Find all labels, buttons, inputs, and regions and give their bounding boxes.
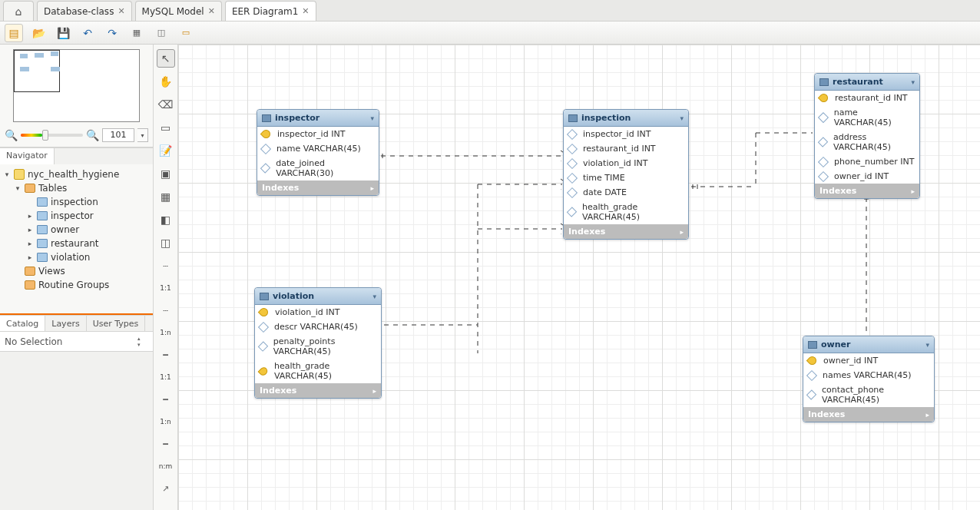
new-file-button[interactable]: ▤ xyxy=(5,24,23,42)
rel-1-1-nonident-tool[interactable]: ┄ xyxy=(157,257,175,275)
entity-indexes-toggle[interactable]: Indexes▸ xyxy=(255,383,381,398)
table-tool[interactable]: ▦ xyxy=(157,187,175,206)
zoom-handle[interactable] xyxy=(42,130,48,141)
entity-column[interactable]: inspector_id INT xyxy=(564,127,688,141)
expand-icon[interactable]: ▸ xyxy=(680,228,684,236)
zoom-out-icon[interactable]: 🔍 xyxy=(5,129,18,141)
save-button[interactable]: 💾 xyxy=(54,24,72,42)
rel-n-m-tool[interactable]: ━ xyxy=(157,435,175,453)
entity-column[interactable]: violation_id INT xyxy=(255,305,381,320)
expand-icon[interactable]: ▸ xyxy=(370,184,374,192)
usertypes-tab[interactable]: User Types xyxy=(87,316,146,331)
grid-toggle-button[interactable]: ▦ xyxy=(127,24,146,42)
zoom-value[interactable]: 101 xyxy=(102,128,134,142)
mini-map[interactable] xyxy=(13,49,140,122)
expand-icon[interactable]: ▸ xyxy=(26,212,34,220)
entity-header[interactable]: inspector▾ xyxy=(257,110,379,127)
entity-violation[interactable]: violation▾violation_id INTdescr VARCHAR(… xyxy=(254,287,382,399)
entity-column[interactable]: inspector_id INT xyxy=(257,127,379,141)
collapse-icon[interactable]: ▾ xyxy=(680,114,684,122)
tree-table-inspection[interactable]: inspection xyxy=(0,195,153,209)
layers-tab[interactable]: Layers xyxy=(45,316,86,331)
tree-table-owner[interactable]: ▸ owner xyxy=(0,223,153,237)
collapse-icon[interactable]: ▾ xyxy=(372,293,376,300)
entity-header[interactable]: owner▾ xyxy=(803,336,934,353)
entity-column[interactable]: name VARCHAR(45) xyxy=(815,105,919,130)
expand-icon[interactable]: ▸ xyxy=(372,387,376,395)
tree-schema-row[interactable]: ▾ nyc_health_hygiene xyxy=(0,167,153,181)
tab-database-class[interactable]: Database-class ✕ xyxy=(37,1,132,21)
hand-tool[interactable]: ✋ xyxy=(157,72,175,91)
home-tab[interactable]: ⌂ xyxy=(3,1,34,21)
entity-column[interactable]: address VARCHAR(45) xyxy=(815,130,919,154)
stepper-icon[interactable]: ▴▾ xyxy=(137,336,148,348)
redo-button[interactable]: ↷ xyxy=(103,24,121,42)
expand-icon[interactable]: ▸ xyxy=(26,240,34,247)
tree-table-restaurant[interactable]: ▸ restaurant xyxy=(0,237,153,250)
rel-1-1-ident-tool[interactable]: ━ xyxy=(157,346,175,364)
entity-header[interactable]: inspection▾ xyxy=(564,110,688,127)
zoom-slider[interactable] xyxy=(21,134,83,137)
entity-column[interactable]: contact_phone VARCHAR(45) xyxy=(803,382,934,407)
pointer-tool[interactable]: ↖ xyxy=(157,49,175,68)
entity-indexes-toggle[interactable]: Indexes▸ xyxy=(815,184,919,198)
entity-column[interactable]: date_joined VARCHAR(30) xyxy=(257,156,379,180)
layer-tool[interactable]: ▭ xyxy=(157,118,175,137)
entity-column[interactable]: violation_id INT xyxy=(564,156,688,171)
view-tool[interactable]: ◧ xyxy=(157,210,175,229)
entity-inspection[interactable]: inspection▾inspector_id INTrestaurant_id… xyxy=(563,109,689,240)
entity-restaurant[interactable]: restaurant▾restaurant_id INTname VARCHAR… xyxy=(814,73,920,199)
close-icon[interactable]: ✕ xyxy=(302,6,309,16)
close-icon[interactable]: ✕ xyxy=(208,6,215,16)
entity-column[interactable]: time TIME xyxy=(564,171,688,185)
expand-icon[interactable]: ▾ xyxy=(3,171,11,178)
expand-icon[interactable]: ▸ xyxy=(911,187,915,195)
entity-column[interactable]: names VARCHAR(45) xyxy=(803,368,934,382)
tab-mysql-model[interactable]: MySQL Model ✕ xyxy=(135,1,222,21)
entity-column[interactable]: owner_id INT xyxy=(815,169,919,184)
entity-column[interactable]: health_grade VARCHAR(45) xyxy=(564,200,688,224)
undo-button[interactable]: ↶ xyxy=(78,24,97,42)
entity-column[interactable]: phone_number INT xyxy=(815,154,919,169)
tree-views-folder[interactable]: Views xyxy=(0,264,153,278)
zoom-in-icon[interactable]: 🔍 xyxy=(86,129,99,141)
navigator-tab[interactable]: Navigator xyxy=(0,148,55,164)
tab-eer-diagram1[interactable]: EER Diagram1 ✕ xyxy=(225,1,316,21)
collapse-icon[interactable]: ▾ xyxy=(911,78,915,86)
entity-header[interactable]: violation▾ xyxy=(255,288,381,305)
entity-column[interactable]: penalty_points VARCHAR(45) xyxy=(255,334,381,359)
close-icon[interactable]: ✕ xyxy=(118,6,124,16)
open-file-button[interactable]: 📂 xyxy=(29,24,48,42)
expand-icon[interactable]: ▸ xyxy=(26,253,34,261)
entity-inspector[interactable]: inspector▾inspector_id INTname VARCHAR(4… xyxy=(257,109,379,196)
selection-row[interactable]: No Selection ▴▾ xyxy=(0,332,153,352)
collapse-icon[interactable]: ▾ xyxy=(370,114,374,122)
eraser-tool[interactable]: ⌫ xyxy=(157,95,175,114)
routine-tool[interactable]: ◫ xyxy=(157,233,175,252)
diagram-canvas[interactable]: inspector▾inspector_id INTname VARCHAR(4… xyxy=(178,45,980,510)
rel-1-n-nonident-tool[interactable]: ┄ xyxy=(157,301,175,320)
tree-table-violation[interactable]: ▸ violation xyxy=(0,250,153,264)
entity-column[interactable]: descr VARCHAR(45) xyxy=(255,320,381,334)
entity-column[interactable]: date DATE xyxy=(564,185,688,200)
zoom-dropdown[interactable]: ▾ xyxy=(137,128,148,142)
expand-icon[interactable]: ▸ xyxy=(925,411,929,419)
expand-icon[interactable]: ▾ xyxy=(14,184,22,192)
collapse-icon[interactable]: ▾ xyxy=(925,341,929,349)
tree-table-inspector[interactable]: ▸ inspector xyxy=(0,209,153,223)
entity-column[interactable]: health_grade VARCHAR(45) xyxy=(255,359,381,383)
entity-indexes-toggle[interactable]: Indexes▸ xyxy=(257,180,379,195)
align-button[interactable]: ◫ xyxy=(152,24,171,42)
note-tool[interactable]: 📝 xyxy=(157,141,175,160)
entity-column[interactable]: name VARCHAR(45) xyxy=(257,141,379,156)
image-tool[interactable]: ▣ xyxy=(157,164,175,183)
catalog-tab[interactable]: Catalog xyxy=(0,316,45,331)
entity-indexes-toggle[interactable]: Indexes▸ xyxy=(803,407,934,422)
tree-tables-folder[interactable]: ▾ Tables xyxy=(0,181,153,195)
notes-button[interactable]: ▭ xyxy=(177,24,195,42)
rel-existing-tool[interactable]: ↗ xyxy=(157,479,175,498)
expand-icon[interactable]: ▸ xyxy=(26,226,34,233)
entity-column[interactable]: restaurant_id INT xyxy=(564,141,688,156)
entity-column[interactable]: restaurant_id INT xyxy=(815,91,919,105)
tree-routines-folder[interactable]: Routine Groups xyxy=(0,278,153,292)
